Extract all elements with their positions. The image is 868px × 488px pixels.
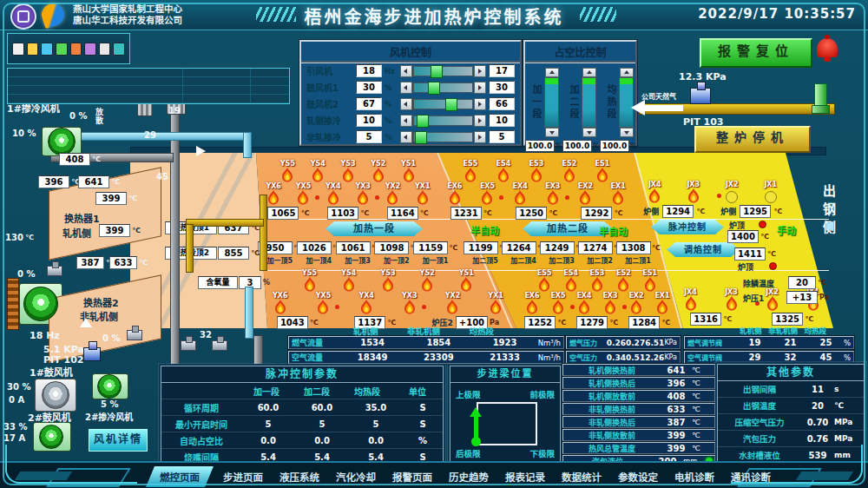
fan-setpoint-input[interactable]: 10 [356,114,382,127]
slider-decrease-button[interactable] [400,65,412,77]
burner-tag: YX2 [445,292,461,300]
nav-tab[interactable]: 步进页面 [216,466,270,487]
gas-pressure-transmitter-icon[interactable] [690,88,711,104]
nav-tab[interactable]: 燃控页面 [146,466,214,487]
valve-icon[interactable] [212,340,227,351]
fan-control-panel: 风机控制 引风机 18 Hz 17 鼓风机1 30 % [299,40,522,146]
toolbar-icon[interactable] [56,43,68,56]
fan-label: 非轧掺冷 [306,130,353,143]
slider-track[interactable] [413,82,473,93]
furnace-stop-button[interactable]: 整炉停机 [694,126,811,153]
flame-icon [648,188,661,203]
slider-decrease-button[interactable] [400,131,412,143]
flame-icon [481,190,493,205]
duty-value-input[interactable]: 100.0 [562,140,592,152]
nav-tab[interactable]: 液压系统 [273,466,326,487]
valve-icon[interactable] [181,340,196,351]
toolbar-icon[interactable] [27,43,39,56]
slider-thumb[interactable] [428,82,440,95]
slider-increase-button[interactable] [474,65,486,77]
slider-thumb[interactable] [417,115,429,128]
slider-decrease-button[interactable] [400,98,412,110]
beam-position-panel: 步进梁位置 上极限 前极限 后极限 下极限 [450,366,561,463]
duty-value-input[interactable]: 100.0 [600,140,629,152]
flame-icon [304,277,316,292]
beam-bottom-limit: 下极限 [529,447,555,459]
zone-temp: 1065℃ [267,207,309,220]
burner-tag: YX3 [402,292,418,300]
alarm-bell-icon[interactable] [817,38,838,57]
toolbar-icon[interactable] [99,43,111,56]
blower1-icon[interactable] [42,381,69,409]
toolbar-icon[interactable] [41,43,53,56]
zone2-mode: 半自动 [599,224,628,238]
duty-up-button[interactable] [582,68,596,77]
blower2-icon[interactable] [39,425,63,449]
valve-icon[interactable] [47,266,62,276]
toolbar-icon[interactable] [12,43,24,56]
toolbar-icon[interactable] [70,43,82,56]
nav-tab[interactable]: 电机诊断 [667,466,721,487]
slider-decrease-button[interactable] [400,115,412,127]
company-logo [39,1,68,30]
roof-temp: 1061℃ 加一顶3 [339,241,377,265]
duty-down-button[interactable] [545,128,559,137]
main-blower-icon[interactable] [23,287,58,321]
pulse-header-row: 加一段加二段均热段单位 [161,383,443,399]
slider-increase-button[interactable] [474,131,486,143]
nav-tab[interactable]: 报表记录 [498,466,552,487]
slider-thumb[interactable] [445,98,457,111]
flow-arrow-up-icon [80,318,92,327]
gas-flow-arrow-icon [631,100,645,115]
fan-setpoint-input[interactable]: 30 [356,81,382,94]
slider-decrease-button[interactable] [400,82,412,94]
slider-track[interactable] [413,66,473,76]
oxygen-content: 含氧量3% [198,276,270,289]
duty-up-button[interactable] [545,68,559,77]
fan-setpoint-input[interactable]: 18 [356,64,382,77]
fan1-icon[interactable] [48,128,76,155]
zone-temp: 1103℃ [327,207,369,220]
nav-tab[interactable]: 汽化冷却 [329,466,383,487]
fan-setpoint-input[interactable]: 67 [356,97,382,110]
slider-track[interactable] [413,115,473,126]
descale-label: 除鳞温度 [743,278,774,289]
fan2-icon[interactable] [97,374,122,399]
flame-adjust-button[interactable]: 调焰控制 [667,242,740,257]
nav-tab[interactable]: 通讯诊断 [724,466,778,487]
nav-tab[interactable]: 报警页面 [385,466,439,487]
fan-detail-button[interactable]: 风机详情 [89,429,148,452]
burner-tag: YS5 [302,269,317,277]
slider-increase-button[interactable] [474,115,486,127]
gas-shutoff-valve-icon[interactable] [814,83,827,108]
slider-thumb[interactable] [431,65,443,78]
duty-slider[interactable] [582,77,596,128]
pulse-control-button[interactable]: 脉冲控制 [651,220,724,234]
nav-tab[interactable]: 参数设定 [611,466,665,487]
nav-tab[interactable]: 历史趋势 [442,466,496,487]
toolbar-icon[interactable] [113,43,125,56]
burner: YX2 [442,292,463,314]
slider-track[interactable] [413,132,473,142]
slider-increase-button[interactable] [474,98,486,110]
blower1-current: 0 A [9,395,24,405]
list-item: 轧机侧换热后 396 ℃ [562,377,715,389]
slider-track[interactable] [413,99,473,109]
org-names: 燕山大学国家轧制工程中心 唐山华工科技开发有限公司 [73,3,182,26]
duty-down-button[interactable] [620,128,634,137]
duty-up-button[interactable] [620,68,634,77]
valve-icon[interactable] [127,330,142,340]
duty-slider[interactable] [544,77,559,128]
pressure-transmitter-icon[interactable] [83,347,101,361]
slider-thumb[interactable] [415,131,427,144]
duty-label: 加二段 [566,84,580,121]
alarm-reset-button[interactable]: 报警复位 [700,38,812,68]
nav-tab[interactable]: 数据统计 [555,466,608,487]
slider-increase-button[interactable] [474,82,486,94]
duty-value-input[interactable]: 100.0 [525,140,555,152]
duty-down-button[interactable] [582,128,596,137]
toolbar-icon[interactable] [84,43,96,56]
fan-unit: % [385,100,398,109]
fan-setpoint-input[interactable]: 5 [356,130,382,143]
damper-value2: 0 % [102,333,120,343]
